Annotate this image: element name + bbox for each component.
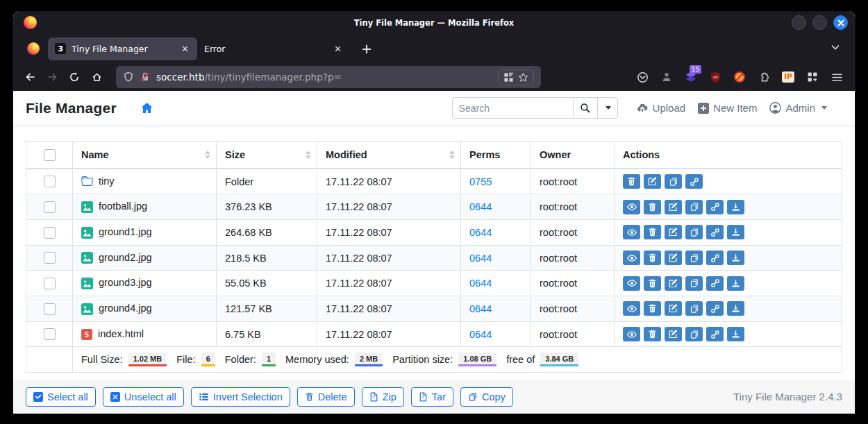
row-checkbox[interactable] (44, 252, 56, 264)
file-name-link[interactable]: index.html (98, 328, 144, 339)
search-button[interactable] (573, 97, 598, 119)
perms-link[interactable]: 0644 (469, 227, 492, 238)
unselect-all-button[interactable]: Unselect all (103, 387, 184, 407)
bookmark-star-icon[interactable] (518, 72, 528, 83)
action-edit-button[interactable] (665, 251, 682, 265)
firefox-view-icon[interactable] (27, 42, 40, 55)
action-download-button[interactable] (727, 225, 744, 239)
select-all-button[interactable]: Select all (26, 387, 96, 407)
action-link-button[interactable] (706, 327, 724, 341)
action-delete-button[interactable] (644, 225, 661, 239)
action-edit-button[interactable] (665, 301, 682, 316)
action-download-button[interactable] (727, 200, 744, 214)
hamburger-menu-icon[interactable] (827, 67, 846, 87)
row-checkbox[interactable] (44, 176, 56, 187)
action-link-button[interactable] (706, 301, 724, 316)
action-delete-button[interactable] (644, 327, 661, 341)
column-header-modified[interactable]: Modified (317, 142, 461, 169)
perms-link[interactable]: 0644 (469, 201, 492, 212)
action-preview-button[interactable] (623, 276, 640, 291)
action-edit-button[interactable] (665, 200, 682, 214)
shield-icon[interactable] (123, 71, 134, 83)
action-edit-button[interactable] (644, 174, 661, 189)
page-actions-icon[interactable] (503, 72, 514, 83)
extensions-puzzle-icon[interactable] (754, 67, 774, 87)
action-copy-button[interactable] (685, 276, 703, 291)
action-delete-button[interactable] (623, 174, 640, 189)
row-checkbox[interactable] (44, 303, 56, 315)
tab-list-chevron-icon[interactable] (830, 42, 841, 56)
insecure-lock-icon[interactable] (140, 71, 151, 83)
upload-button[interactable]: Upload (636, 102, 686, 114)
new-tab-button[interactable]: + (361, 41, 372, 56)
action-link-button[interactable] (685, 174, 703, 189)
action-download-button[interactable] (727, 327, 744, 341)
row-checkbox[interactable] (44, 201, 56, 213)
forward-button[interactable] (41, 65, 63, 89)
file-name-link[interactable]: ground3.jpg (99, 277, 152, 288)
action-delete-button[interactable] (644, 200, 661, 214)
action-delete-button[interactable] (644, 251, 661, 265)
action-download-button[interactable] (727, 276, 744, 291)
row-checkbox[interactable] (44, 328, 56, 340)
admin-menu-button[interactable]: Admin (769, 102, 827, 114)
action-edit-button[interactable] (665, 276, 682, 291)
action-edit-button[interactable] (665, 225, 682, 239)
copy-button[interactable]: Copy (460, 387, 513, 407)
ublock-icon[interactable]: uO (706, 67, 725, 87)
tab-tiny-file-manager[interactable]: 3 Tiny File Manager ✕ (48, 37, 197, 60)
file-name-link[interactable]: ground1.jpg (99, 226, 152, 237)
select-all-checkbox[interactable] (44, 149, 56, 161)
layers-extension-icon[interactable]: 15 (681, 67, 701, 87)
action-link-button[interactable] (706, 225, 724, 239)
tab-close-icon[interactable]: ✕ (333, 44, 343, 54)
url-bar[interactable]: soccer.htb/tiny/tinyfilemanager.php?p= (116, 66, 541, 88)
close-button[interactable] (833, 15, 848, 30)
file-name-link[interactable]: ground2.jpg (99, 252, 152, 263)
new-item-button[interactable]: New Item (698, 102, 757, 114)
action-link-button[interactable] (706, 200, 724, 214)
perms-link[interactable]: 0644 (469, 329, 492, 340)
proxy-extension-icon[interactable] (657, 67, 676, 87)
action-copy-button[interactable] (685, 251, 703, 265)
column-header-size[interactable]: Size (217, 142, 317, 169)
search-input[interactable] (452, 97, 573, 119)
action-copy-button[interactable] (685, 301, 703, 316)
sort-icons[interactable] (205, 151, 210, 159)
app-home-button[interactable] (140, 102, 153, 114)
perms-link[interactable]: 0755 (469, 176, 492, 187)
search-options-button[interactable] (597, 97, 618, 119)
action-preview-button[interactable] (623, 327, 640, 341)
row-checkbox[interactable] (44, 278, 56, 289)
sort-icons[interactable] (449, 151, 455, 159)
action-link-button[interactable] (706, 251, 724, 265)
minimize-button[interactable] (792, 15, 806, 30)
ip-extension-icon[interactable]: IP (778, 67, 798, 87)
action-preview-button[interactable] (623, 251, 640, 265)
back-button[interactable] (19, 65, 41, 89)
action-copy-button[interactable] (685, 225, 703, 239)
url-text[interactable]: soccer.htb/tiny/tinyfilemanager.php?p= (156, 71, 342, 83)
reload-button[interactable] (63, 65, 85, 89)
sort-icons[interactable] (306, 151, 311, 159)
tab-close-icon[interactable]: ✕ (180, 44, 190, 54)
invert-selection-button[interactable]: Invert Selection (191, 387, 290, 407)
action-copy-button[interactable] (665, 174, 682, 189)
file-name-link[interactable]: ground4.jpg (99, 303, 152, 314)
tab-error[interactable]: Error ✕ (197, 37, 350, 60)
column-header-name[interactable]: Name (73, 142, 217, 169)
perms-link[interactable]: 0644 (469, 253, 492, 264)
blocker-extension-icon[interactable] (730, 67, 749, 87)
perms-link[interactable]: 0644 (469, 303, 492, 314)
file-name-link[interactable]: football.jpg (99, 201, 147, 212)
action-preview-button[interactable] (623, 301, 640, 316)
file-name-link[interactable]: tiny (99, 176, 115, 187)
zip-button[interactable]: Zip (362, 387, 404, 407)
tar-button[interactable]: Tar (411, 387, 453, 407)
delete-button[interactable]: Delete (297, 387, 355, 407)
action-preview-button[interactable] (623, 225, 640, 239)
all-extensions-icon[interactable] (803, 67, 822, 87)
action-copy-button[interactable] (685, 327, 703, 341)
action-delete-button[interactable] (644, 301, 661, 316)
row-checkbox[interactable] (44, 227, 56, 239)
